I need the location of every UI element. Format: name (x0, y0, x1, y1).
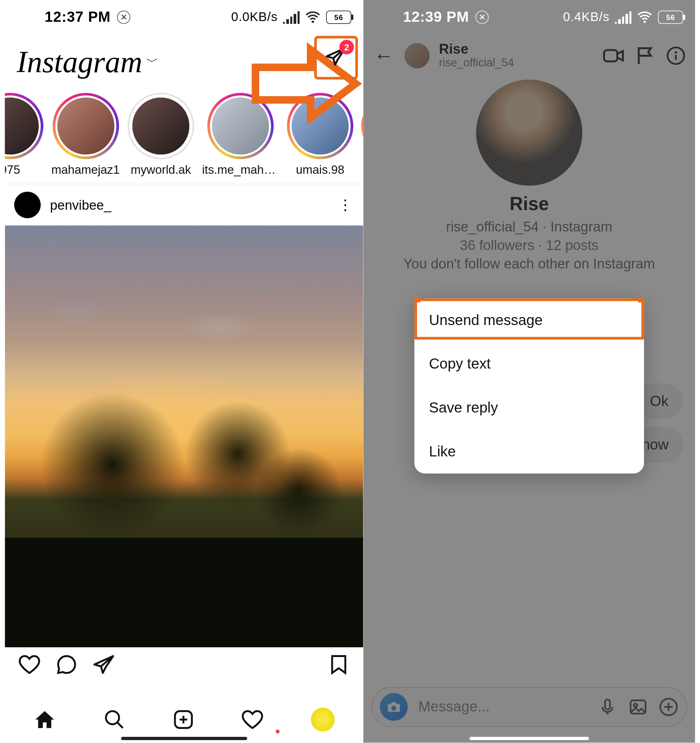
dm-conversation: 12:39 PM ✕ 0.4KB/s 56 ← Rise rise_offici… (363, 0, 695, 743)
wifi-icon (305, 9, 321, 25)
message-context-menu: Unsend message Copy text Save reply Like (414, 299, 644, 474)
network-speed: 0.0KB/s (231, 10, 278, 24)
story-item[interactable]: its.me_mahn… (202, 93, 279, 177)
instagram-feed: 12:37 PM ✕ 0.0KB/s 56 Instagram ﹀ 2 975 … (5, 0, 363, 743)
create-icon[interactable] (172, 708, 194, 731)
stories-tray[interactable]: 975 mahamejaz1 myworld.ak its.me_mahn… u… (5, 92, 363, 184)
clock: 12:37 PM (44, 9, 111, 26)
post-author[interactable]: penvibee_ (50, 197, 111, 213)
story-item[interactable]: 975 (5, 93, 43, 177)
search-icon[interactable] (103, 708, 125, 731)
signal-icon (615, 11, 631, 24)
home-indicator (121, 737, 247, 740)
status-bar: 12:39 PM ✕ 0.4KB/s 56 (363, 0, 695, 34)
save-icon[interactable] (328, 653, 350, 676)
clock: 12:39 PM (403, 9, 469, 26)
post-header[interactable]: penvibee_ ⋮ (5, 184, 363, 225)
share-icon[interactable] (93, 653, 115, 676)
story-item[interactable]: mahamejaz1 (51, 93, 119, 177)
feed-header: Instagram ﹀ (5, 34, 363, 92)
story-item[interactable]: umais.98 (287, 93, 353, 177)
bottom-nav (5, 696, 363, 743)
status-bar: 12:37 PM ✕ 0.0KB/s 56 (5, 0, 363, 34)
activity-dot (276, 730, 280, 734)
post-actions (5, 647, 363, 682)
profile-icon[interactable] (311, 707, 335, 731)
battery-icon: 56 (326, 10, 351, 24)
activity-icon[interactable] (242, 708, 264, 731)
like-icon[interactable] (18, 653, 41, 676)
svg-point-3 (644, 21, 646, 23)
signal-icon (283, 11, 300, 24)
network-speed: 0.4KB/s (563, 10, 610, 24)
comment-icon[interactable] (55, 653, 78, 676)
dm-badge: 2 (340, 40, 354, 55)
dm-button[interactable]: 2 (325, 45, 347, 70)
status-icon: ✕ (117, 10, 131, 24)
menu-copy[interactable]: Copy text (414, 342, 644, 386)
post-image[interactable] (5, 226, 363, 648)
instagram-logo[interactable]: Instagram (17, 44, 142, 80)
chevron-down-icon[interactable]: ﹀ (146, 54, 158, 70)
more-icon[interactable]: ⋮ (338, 196, 354, 214)
menu-like[interactable]: Like (414, 430, 644, 474)
dm-button-highlight: 2 (314, 36, 358, 80)
home-icon[interactable] (33, 708, 56, 731)
battery-icon: 56 (658, 10, 683, 24)
wifi-icon (637, 9, 653, 25)
home-indicator (469, 737, 589, 740)
story-item[interactable]: myworld.ak (128, 93, 194, 177)
menu-unsend[interactable]: Unsend message (414, 299, 644, 342)
menu-save-reply[interactable]: Save reply (414, 386, 644, 430)
avatar[interactable] (14, 192, 41, 218)
svg-point-0 (311, 21, 314, 23)
svg-point-1 (106, 711, 119, 724)
status-icon: ✕ (476, 10, 489, 24)
